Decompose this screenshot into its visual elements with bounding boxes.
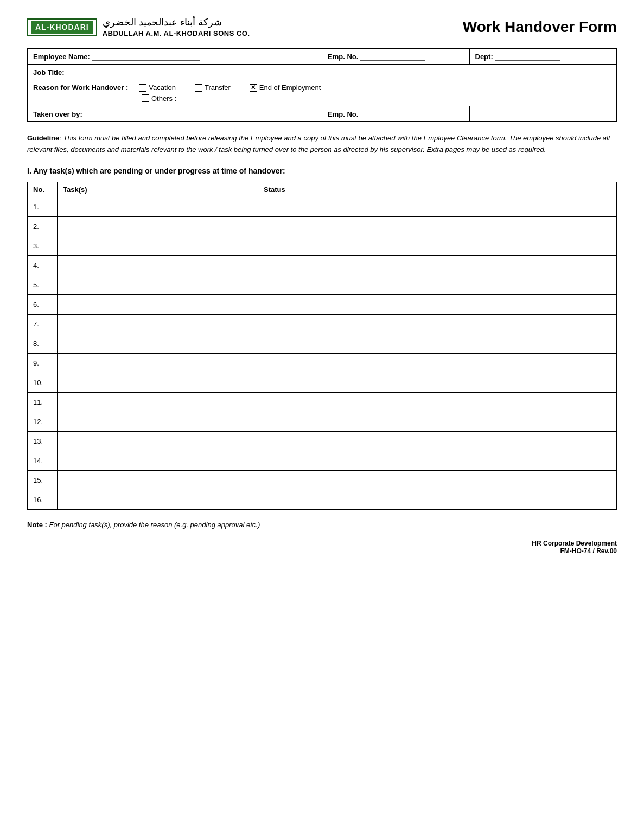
emp-no-cell: Emp. No. [322, 49, 470, 65]
transfer-checkbox-item[interactable]: Transfer [195, 84, 231, 92]
task-no-2: 2. [28, 216, 58, 236]
info-table: Employee Name: Emp. No. Dept: Job Title: [27, 48, 617, 122]
task-desc-3[interactable] [58, 236, 258, 255]
task-row: 13. [28, 431, 617, 451]
job-title-row: Job Title: [28, 65, 617, 80]
taken-over-extra-cell [469, 106, 617, 122]
task-status-15[interactable] [258, 470, 617, 490]
taken-over-row: Taken over by: Emp. No. [28, 106, 617, 122]
task-desc-14[interactable] [58, 451, 258, 470]
dept-field[interactable] [495, 52, 560, 61]
task-desc-5[interactable] [58, 275, 258, 294]
task-status-1[interactable] [258, 197, 617, 216]
form-title: Work Handover Form [463, 18, 617, 36]
task-no-9: 9. [28, 353, 58, 373]
task-row: 14. [28, 451, 617, 470]
note-label: Note : [27, 521, 47, 529]
task-desc-10[interactable] [58, 373, 258, 392]
task-desc-16[interactable] [58, 490, 258, 509]
others-field[interactable] [188, 94, 350, 102]
end-employment-checkbox-item[interactable]: End of Employment [250, 84, 321, 92]
task-desc-15[interactable] [58, 470, 258, 490]
task-row: 1. [28, 197, 617, 216]
task-desc-8[interactable] [58, 334, 258, 353]
task-status-11[interactable] [258, 392, 617, 412]
task-row: 7. [28, 314, 617, 334]
task-row: 10. [28, 373, 617, 392]
task-row: 4. [28, 255, 617, 275]
emp-no-field[interactable] [360, 52, 425, 61]
task-no-11: 11. [28, 392, 58, 412]
task-status-12[interactable] [258, 412, 617, 431]
task-desc-9[interactable] [58, 353, 258, 373]
task-no-15: 15. [28, 470, 58, 490]
reason-row-top: Reason for Work Handover : Vacation Tran… [33, 84, 611, 92]
logo-box: AL-KHODARI [27, 18, 97, 36]
taken-over-field[interactable] [84, 110, 193, 118]
taken-over-emp-label: Emp. No. [328, 110, 358, 118]
task-status-9[interactable] [258, 353, 617, 373]
transfer-checkbox[interactable] [195, 84, 202, 92]
reason-row: Reason for Work Handover : Vacation Tran… [28, 80, 617, 106]
task-desc-1[interactable] [58, 197, 258, 216]
end-employment-label: End of Employment [259, 84, 321, 92]
dept-cell: Dept: [469, 49, 617, 65]
task-no-14: 14. [28, 451, 58, 470]
others-label: Others : [151, 94, 176, 102]
company-name-en: ABDULLAH A.M. AL-KHODARI SONS CO. [103, 29, 250, 37]
task-desc-4[interactable] [58, 255, 258, 275]
footer: HR Corporate Development FM-HO-74 / Rev.… [27, 540, 617, 555]
task-desc-2[interactable] [58, 216, 258, 236]
task-status-14[interactable] [258, 451, 617, 470]
task-status-16[interactable] [258, 490, 617, 509]
tasks-table: No. Task(s) Status 1. 2. 3. 4. 5. 6. [27, 182, 617, 510]
job-title-field[interactable] [66, 68, 392, 76]
task-desc-11[interactable] [58, 392, 258, 412]
task-status-7[interactable] [258, 314, 617, 334]
task-row: 12. [28, 412, 617, 431]
task-status-10[interactable] [258, 373, 617, 392]
task-row: 6. [28, 294, 617, 314]
employee-name-label: Employee Name: [33, 53, 90, 61]
task-row: 11. [28, 392, 617, 412]
employee-name-cell: Employee Name: [28, 49, 322, 65]
task-no-3: 3. [28, 236, 58, 255]
taken-over-cell: Taken over by: [28, 106, 322, 122]
employee-name-field[interactable] [92, 52, 200, 61]
task-row: 8. [28, 334, 617, 353]
task-no-10: 10. [28, 373, 58, 392]
tasks-table-body: 1. 2. 3. 4. 5. 6. 7. 8. [28, 197, 617, 509]
task-desc-7[interactable] [58, 314, 258, 334]
task-no-6: 6. [28, 294, 58, 314]
page-header: AL-KHODARI شركة أبناء عبدالحميد الخضري A… [27, 16, 617, 37]
footer-code: FM-HO-74 / Rev.00 [27, 547, 617, 555]
task-status-8[interactable] [258, 334, 617, 353]
task-status-13[interactable] [258, 431, 617, 451]
taken-over-label: Taken over by: [33, 110, 82, 118]
vacation-checkbox-item[interactable]: Vacation [139, 84, 176, 92]
task-desc-12[interactable] [58, 412, 258, 431]
others-checkbox-item[interactable]: Others : [142, 94, 176, 102]
others-checkbox[interactable] [142, 94, 149, 102]
note-text: For pending task(s), provide the reason … [49, 521, 260, 529]
task-desc-6[interactable] [58, 294, 258, 314]
transfer-label: Transfer [205, 84, 231, 92]
guideline-label: Guideline [27, 134, 59, 142]
taken-over-emp-field[interactable] [360, 110, 425, 118]
task-row: 16. [28, 490, 617, 509]
task-no-5: 5. [28, 275, 58, 294]
task-status-2[interactable] [258, 216, 617, 236]
task-desc-13[interactable] [58, 431, 258, 451]
vacation-checkbox[interactable] [139, 84, 146, 92]
task-status-4[interactable] [258, 255, 617, 275]
arabic-header: شركة أبناء عبدالحميد الخضري [103, 16, 222, 28]
reason-cell: Reason for Work Handover : Vacation Tran… [28, 80, 617, 106]
end-employment-checkbox[interactable] [250, 84, 257, 92]
task-status-3[interactable] [258, 236, 617, 255]
task-row: 15. [28, 470, 617, 490]
task-status-6[interactable] [258, 294, 617, 314]
job-title-cell: Job Title: [28, 65, 617, 80]
guideline-section: Guideline: This form must be filled and … [27, 133, 617, 156]
task-status-5[interactable] [258, 275, 617, 294]
task-no-4: 4. [28, 255, 58, 275]
